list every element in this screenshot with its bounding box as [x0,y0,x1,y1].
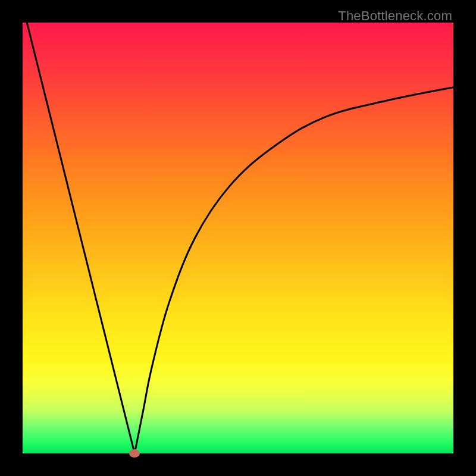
chart-frame: TheBottleneck.com [0,0,476,476]
curve-left-branch [27,23,134,453]
curve-right-branch [134,87,453,453]
minimum-marker [129,449,140,458]
chart-curve-layer [23,23,453,453]
attribution-watermark: TheBottleneck.com [338,8,452,24]
chart-plot-area [23,23,453,453]
